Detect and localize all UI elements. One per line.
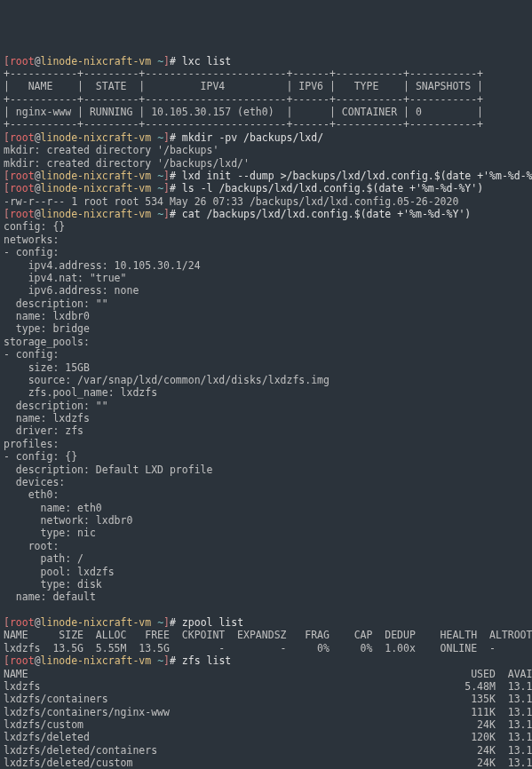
- prompt-bracket: ]: [163, 55, 170, 67]
- ls-output: -rw-r--r-- 1 root root 534 May 26 07:33 …: [4, 195, 458, 208]
- prompt-bracket: ]: [163, 131, 170, 144]
- zfs-row: lxdzfs/containers 135K 13.1G: [4, 693, 532, 705]
- zfs-row: lxdzfs/custom 24K 13.1G: [4, 718, 532, 731]
- prompt-user: root: [10, 170, 35, 182]
- prompt-hash: #: [170, 182, 182, 194]
- prompt-host: linode-nixcraft-vm: [41, 170, 152, 182]
- prompt-bracket: [: [4, 208, 10, 220]
- prompt-at: @: [35, 170, 41, 182]
- prompt-bracket: [: [4, 170, 10, 182]
- yaml-line: ipv4.nat: "true": [4, 272, 126, 284]
- prompt-hash: #: [170, 55, 182, 67]
- yaml-line: network: lxdbr0: [4, 514, 132, 527]
- prompt-path: ~: [151, 55, 163, 67]
- prompt-at: @: [35, 654, 41, 667]
- prompt-bracket: [: [4, 616, 10, 629]
- mkdir-output: mkdir: created directory '/backups/lxd/': [4, 157, 250, 170]
- yaml-line: devices:: [4, 476, 65, 488]
- prompt-path: ~: [151, 654, 163, 667]
- yaml-line: description: "": [4, 297, 108, 310]
- prompt-bracket: ]: [163, 208, 170, 220]
- yaml-line: type: bridge: [4, 322, 90, 335]
- zpool-row: lxdzfs 13.5G 5.55M 13.5G - - 0% 0% 1.00x…: [4, 642, 496, 654]
- prompt-path: ~: [151, 170, 163, 182]
- zfs-row: lxdzfs/containers/nginx-www 111K 13.1G: [4, 706, 532, 718]
- yaml-line: zfs.pool_name: lxdzfs: [4, 386, 157, 399]
- command-text: mkdir -pv /backups/lxd/: [182, 131, 323, 144]
- prompt-bracket: ]: [163, 654, 170, 667]
- prompt-user: root: [10, 131, 35, 144]
- zfs-row: lxdzfs 5.48M 13.1G: [4, 680, 532, 693]
- yaml-line: ipv6.address: none: [4, 284, 139, 297]
- yaml-line: name: lxdzfs: [4, 412, 90, 424]
- prompt-bracket: [: [4, 131, 10, 144]
- lxc-table-row: | nginx-www | RUNNING | 10.105.30.157 (e…: [4, 106, 483, 118]
- prompt-host: linode-nixcraft-vm: [41, 616, 152, 629]
- yaml-line: - config: {}: [4, 450, 77, 463]
- prompt-bracket: [: [4, 55, 10, 67]
- command-text: ls -l /backups/lxd/lxd.config.$(date +'%…: [182, 182, 483, 194]
- yaml-line: ipv4.address: 10.105.30.1/24: [4, 259, 201, 272]
- yaml-line: profiles:: [4, 438, 59, 450]
- lxc-table-header: | NAME | STATE | IPV4 | IPV6 | TYPE | SN…: [4, 80, 483, 92]
- prompt-bracket: [: [4, 182, 10, 194]
- command-text: zfs list: [182, 654, 231, 667]
- yaml-line: storage_pools:: [4, 336, 90, 348]
- prompt-host: linode-nixcraft-vm: [41, 182, 152, 194]
- prompt-at: @: [35, 208, 41, 220]
- prompt-user: root: [10, 208, 35, 220]
- yaml-line: name: lxdbr0: [4, 310, 90, 322]
- yaml-line: description: "": [4, 400, 108, 412]
- prompt-hash: #: [170, 616, 182, 629]
- yaml-line: networks:: [4, 234, 59, 246]
- terminal-output: [root@linode-nixcraft-vm ~]# lxc list +-…: [4, 55, 528, 770]
- yaml-line: size: 15GB: [4, 361, 90, 374]
- prompt-host: linode-nixcraft-vm: [41, 131, 152, 144]
- yaml-line: type: disk: [4, 578, 102, 591]
- prompt-path: ~: [151, 208, 163, 220]
- command-text: zpool list: [182, 616, 243, 629]
- prompt-hash: #: [170, 654, 182, 667]
- prompt-hash: #: [170, 131, 182, 144]
- prompt-host: linode-nixcraft-vm: [41, 55, 152, 67]
- yaml-line: name: eth0: [4, 502, 102, 514]
- prompt-host: linode-nixcraft-vm: [41, 208, 152, 220]
- yaml-line: source: /var/snap/lxd/common/lxd/disks/l…: [4, 374, 330, 386]
- zpool-header: NAME SIZE ALLOC FREE CKPOINT EXPANDSZ FR…: [4, 629, 532, 641]
- command-text: lxc list: [182, 55, 231, 67]
- prompt-user: root: [10, 182, 35, 194]
- yaml-line: pool: lxdzfs: [4, 566, 115, 578]
- yaml-line: eth0:: [4, 488, 59, 501]
- zfs-row: lxdzfs/deleted/custom 24K 13.1G: [4, 757, 532, 769]
- command-text: lxd init --dump >/backups/lxd/lxd.config…: [182, 170, 532, 182]
- prompt-path: ~: [151, 616, 163, 629]
- prompt-hash: #: [170, 170, 182, 182]
- prompt-user: root: [10, 616, 35, 629]
- yaml-line: name: default: [4, 591, 96, 603]
- prompt-user: root: [10, 55, 35, 67]
- prompt-bracket: ]: [163, 182, 170, 194]
- lxc-table-border: +-----------+---------+-----------------…: [4, 118, 483, 131]
- prompt-bracket: ]: [163, 170, 170, 182]
- yaml-line: driver: zfs: [4, 424, 83, 437]
- prompt-bracket: [: [4, 654, 10, 667]
- zfs-row: lxdzfs/deleted/containers 24K 13.1G: [4, 744, 532, 757]
- lxc-table-border: +-----------+---------+-----------------…: [4, 93, 483, 106]
- yaml-line: type: nic: [4, 527, 96, 539]
- prompt-at: @: [35, 616, 41, 629]
- yaml-line: description: Default LXD profile: [4, 464, 212, 476]
- prompt-path: ~: [151, 131, 163, 144]
- prompt-host: linode-nixcraft-vm: [41, 654, 152, 667]
- yaml-line: config: {}: [4, 220, 65, 233]
- prompt-at: @: [35, 55, 41, 67]
- zfs-row: lxdzfs/deleted 120K 13.1G: [4, 731, 532, 743]
- yaml-line: - config:: [4, 246, 59, 258]
- prompt-user: root: [10, 654, 35, 667]
- prompt-path: ~: [151, 182, 163, 194]
- command-text: cat /backups/lxd/lxd.config.$(date +'%m-…: [182, 208, 471, 220]
- zfs-header: NAME USED AVAIL: [4, 668, 532, 680]
- yaml-line: root:: [4, 540, 59, 552]
- prompt-at: @: [35, 131, 41, 144]
- yaml-line: path: /: [4, 552, 83, 565]
- mkdir-output: mkdir: created directory '/backups': [4, 144, 218, 156]
